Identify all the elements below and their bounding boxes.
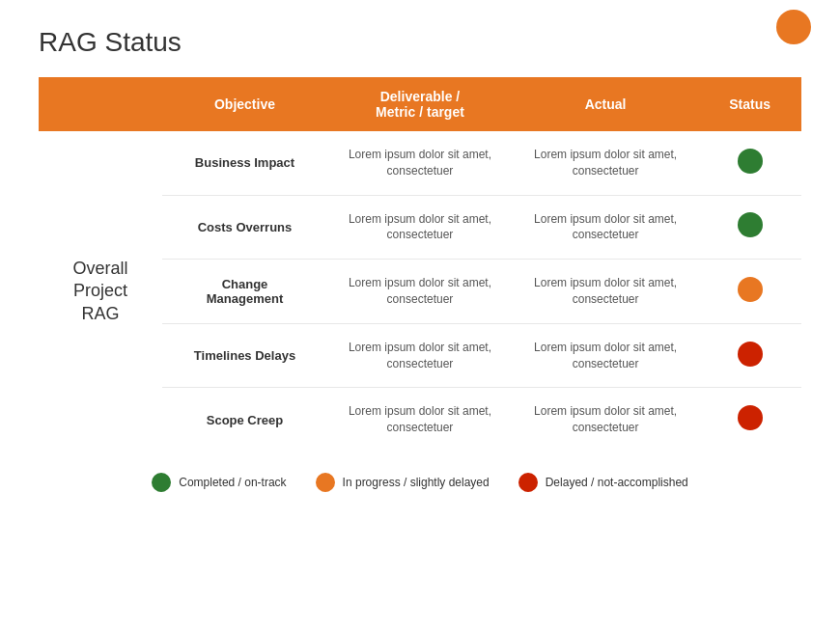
legend-item-orange: In progress / slightly delayed (316, 473, 490, 492)
status-cell (698, 131, 801, 195)
overall-project-rag-label: Overall ProjectRAG (39, 131, 162, 452)
actual-cell: Lorem ipsum dolor sit amet, consectetuer (513, 131, 698, 195)
status-dot-orange (738, 277, 763, 302)
legend-area: Completed / on-trackIn progress / slight… (0, 473, 840, 492)
deliverable-cell: Lorem ipsum dolor sit amet, consectetuer (327, 323, 513, 388)
status-dot-green (738, 149, 763, 174)
objective-cell: Business Impact (162, 131, 327, 195)
top-accent-circle (776, 10, 811, 44)
objective-cell: Costs Overruns (162, 195, 327, 260)
deliverable-cell: Lorem ipsum dolor sit amet, consectetuer (327, 388, 513, 452)
legend-item-red: Delayed / not-accomplished (518, 473, 688, 492)
actual-cell: Lorem ipsum dolor sit amet, consectetuer (513, 323, 698, 388)
actual-cell: Lorem ipsum dolor sit amet, consectetuer (513, 260, 698, 324)
main-content: Objective Deliverable /Metric / target A… (0, 77, 840, 452)
status-cell (698, 388, 801, 452)
legend-dot-orange (316, 473, 335, 492)
header-status: Status (698, 77, 801, 131)
legend-dot-green (152, 473, 171, 492)
header-empty (39, 77, 162, 131)
legend-label-red: Delayed / not-accomplished (546, 476, 688, 489)
status-dot-green (738, 212, 763, 237)
legend-label-orange: In progress / slightly delayed (343, 476, 490, 489)
header-objective: Objective (162, 77, 327, 131)
legend-item-green: Completed / on-track (152, 473, 286, 492)
legend-dot-red (518, 473, 538, 492)
table-row: Overall ProjectRAGBusiness ImpactLorem i… (39, 131, 801, 195)
header-actual: Actual (513, 77, 698, 131)
actual-cell: Lorem ipsum dolor sit amet, consectetuer (513, 195, 698, 260)
rag-status-table: Objective Deliverable /Metric / target A… (39, 77, 801, 452)
status-cell (698, 260, 801, 324)
deliverable-cell: Lorem ipsum dolor sit amet, consectetuer (327, 260, 513, 324)
status-cell (698, 195, 801, 260)
page-title: RAG Status (0, 0, 840, 77)
header-deliverable: Deliverable /Metric / target (327, 77, 513, 131)
objective-cell: Scope Creep (162, 388, 327, 452)
objective-cell: ChangeManagement (162, 260, 327, 324)
legend-label-green: Completed / on-track (179, 476, 286, 489)
deliverable-cell: Lorem ipsum dolor sit amet, consectetuer (327, 195, 513, 260)
status-dot-red (738, 405, 763, 430)
objective-cell: Timelines Delays (162, 323, 327, 388)
deliverable-cell: Lorem ipsum dolor sit amet, consectetuer (327, 131, 513, 195)
status-dot-red (738, 342, 763, 367)
status-cell (698, 323, 801, 388)
actual-cell: Lorem ipsum dolor sit amet, consectetuer (513, 388, 698, 452)
